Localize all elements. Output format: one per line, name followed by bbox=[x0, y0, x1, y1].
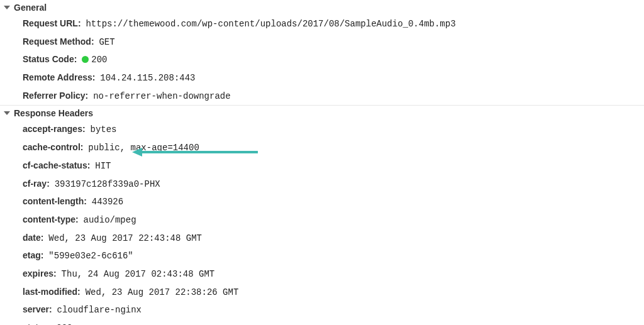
header-row: server: cloudflare-nginx bbox=[0, 301, 644, 319]
header-row: expires: Thu, 24 Aug 2017 02:43:48 GMT bbox=[0, 265, 644, 284]
header-row: Status Code: 200 bbox=[0, 51, 644, 69]
expires-value: Thu, 24 Aug 2017 02:43:48 GMT bbox=[62, 269, 215, 279]
content-length-value: 443926 bbox=[92, 197, 123, 207]
status-label: status: bbox=[23, 322, 52, 325]
referrer-policy-label: Referrer Policy: bbox=[23, 91, 88, 101]
request-method-label: Request Method: bbox=[23, 36, 94, 47]
etag-value: "599e03e2-6c616" bbox=[48, 251, 133, 261]
section-title: General bbox=[14, 3, 47, 13]
remote-address-value: 104.24.115.208:443 bbox=[100, 73, 195, 83]
status-code-label: Status Code: bbox=[23, 54, 77, 64]
expires-label: expires: bbox=[23, 268, 57, 278]
server-label: server: bbox=[23, 304, 52, 314]
header-row: cf-ray: 393197c128f339a0-PHX bbox=[0, 175, 644, 194]
cf-ray-value: 393197c128f339a0-PHX bbox=[55, 179, 160, 189]
cf-cache-status-label: cf-cache-status: bbox=[23, 160, 90, 170]
last-modified-value: Wed, 23 Aug 2017 22:38:26 GMT bbox=[86, 287, 239, 297]
cache-control-label: cache-control: bbox=[23, 142, 83, 152]
header-row: content-type: audio/mpeg bbox=[0, 211, 644, 229]
remote-address-label: Remote Address: bbox=[23, 72, 95, 82]
server-value: cloudflare-nginx bbox=[57, 305, 142, 315]
content-type-label: content-type: bbox=[23, 214, 79, 224]
accept-ranges-value: bytes bbox=[90, 124, 116, 135]
header-row: Referrer Policy: no-referrer-when-downgr… bbox=[0, 87, 644, 106]
header-row: accept-ranges: bytes bbox=[0, 121, 644, 139]
status-ok-icon bbox=[82, 56, 89, 63]
header-row: Request Method: GET bbox=[0, 33, 644, 52]
section-title: Response Headers bbox=[14, 108, 93, 118]
arrow-annotation-icon bbox=[132, 146, 258, 158]
section-toggle-response-headers[interactable]: Response Headers bbox=[0, 105, 644, 121]
svg-marker-1 bbox=[132, 148, 142, 157]
header-row: cache-control: public, max-age=14400 bbox=[0, 139, 644, 157]
content-type-value: audio/mpeg bbox=[84, 215, 136, 225]
section-toggle-general[interactable]: General bbox=[0, 0, 644, 15]
cf-ray-label: cf-ray: bbox=[23, 179, 50, 189]
status-code-text: 200 bbox=[91, 55, 107, 65]
request-url-value: https://themewood.com/wp-content/uploads… bbox=[86, 19, 455, 29]
content-length-label: content-length: bbox=[23, 196, 87, 206]
chevron-down-icon bbox=[4, 6, 10, 9]
last-modified-label: last-modified: bbox=[23, 287, 80, 297]
header-row: content-length: 443926 bbox=[0, 193, 644, 211]
etag-label: etag: bbox=[23, 250, 43, 260]
request-method-value: GET bbox=[99, 37, 114, 47]
header-row: cf-cache-status: HIT bbox=[0, 157, 644, 175]
header-row: Request URL: https://themewood.com/wp-co… bbox=[0, 15, 644, 33]
date-value: Wed, 23 Aug 2017 22:43:48 GMT bbox=[48, 233, 202, 243]
cf-cache-status-value: HIT bbox=[95, 161, 111, 171]
referrer-policy-value: no-referrer-when-downgrade bbox=[93, 91, 230, 101]
status-code-value: 200 bbox=[82, 55, 107, 65]
date-label: date: bbox=[23, 233, 43, 243]
header-row: status: 200 bbox=[0, 319, 644, 325]
header-row: Remote Address: 104.24.115.208:443 bbox=[0, 69, 644, 87]
request-url-label: Request URL: bbox=[23, 18, 81, 28]
accept-ranges-label: accept-ranges: bbox=[23, 124, 86, 134]
chevron-down-icon bbox=[4, 111, 10, 115]
header-row: last-modified: Wed, 23 Aug 2017 22:38:26… bbox=[0, 284, 644, 302]
header-row: etag: "599e03e2-6c616" bbox=[0, 247, 644, 265]
header-row: date: Wed, 23 Aug 2017 22:43:48 GMT bbox=[0, 229, 644, 248]
